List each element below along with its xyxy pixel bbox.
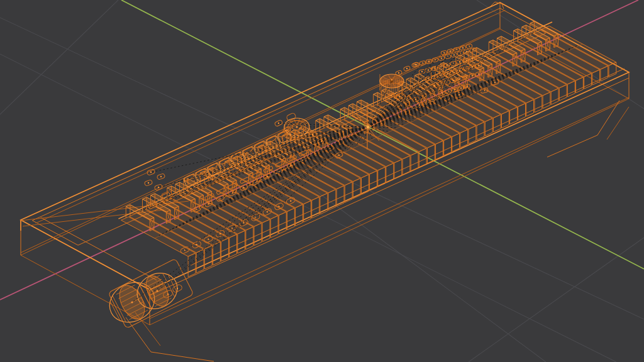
- object-origin-dot: [367, 126, 370, 129]
- panel-button[interactable]: [419, 69, 426, 74]
- blender-3d-viewport[interactable]: [0, 0, 644, 362]
- piano-keys[interactable]: [118, 21, 624, 277]
- grid-line-y-4: [314, 190, 546, 362]
- grid-line-x-1: [0, 0, 118, 114]
- panel-button[interactable]: [144, 180, 153, 187]
- panel-button[interactable]: [403, 65, 411, 71]
- panel-button[interactable]: [395, 70, 402, 75]
- keyboard-wireframe[interactable]: [21, 2, 629, 361]
- grid-line-x-2: [469, 238, 644, 362]
- viewport-scene-svg: [0, 0, 644, 362]
- panel-button[interactable]: [157, 173, 165, 180]
